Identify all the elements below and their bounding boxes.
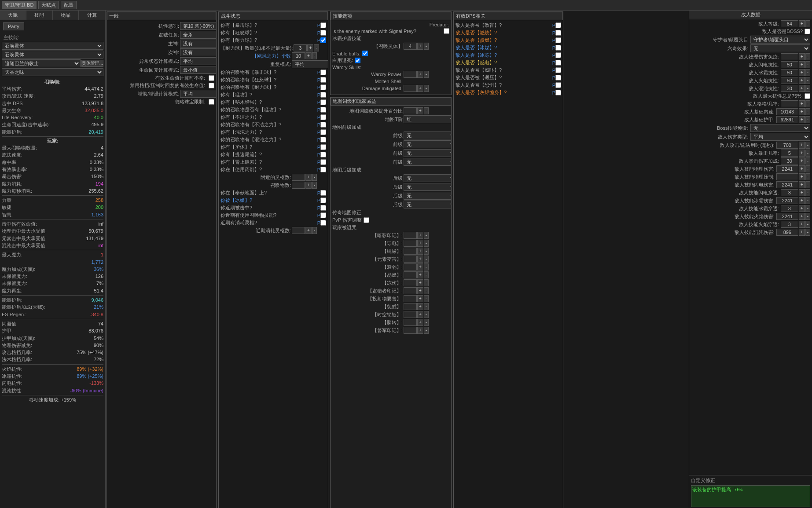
self-fade-check[interactable] bbox=[355, 58, 360, 63]
body-manage-button[interactable]: 灵体管理... bbox=[81, 60, 103, 67]
minor-god-select[interactable]: 没有 bbox=[180, 48, 217, 56]
nearby-axis-input[interactable] bbox=[292, 174, 305, 181]
shocked-check[interactable] bbox=[555, 60, 561, 66]
consume-axis-count-input[interactable] bbox=[292, 227, 305, 234]
rope-edge-plus[interactable]: + bbox=[417, 248, 423, 255]
after3-select[interactable]: 无 bbox=[404, 192, 452, 200]
life-regen-mode-select[interactable]: 最小值 bbox=[180, 66, 217, 74]
block-sup-check[interactable] bbox=[209, 83, 214, 88]
after1-select[interactable]: 无 bbox=[404, 174, 452, 182]
base-def-plus[interactable]: + bbox=[799, 116, 805, 123]
decay-plus[interactable]: + bbox=[417, 263, 423, 270]
shadow-mark-input[interactable] bbox=[404, 232, 417, 239]
enemy-cold-res-input[interactable] bbox=[781, 69, 798, 76]
skill-light-pen-plus[interactable]: + bbox=[799, 189, 805, 196]
crit-rate-minus[interactable]: - bbox=[805, 150, 810, 157]
sacrifice-check[interactable] bbox=[320, 190, 326, 196]
base-def-minus[interactable]: - bbox=[805, 116, 810, 123]
summon-rage-check[interactable] bbox=[320, 77, 326, 83]
enemy-chaos-res-input[interactable] bbox=[781, 85, 798, 92]
tab-talent[interactable]: 天赋点 bbox=[38, 1, 59, 9]
party-button[interactable]: Party bbox=[3, 22, 24, 30]
tab-guardian[interactable]: 守卫/守卫 BD bbox=[2, 1, 37, 9]
summon-fierce-check[interactable] bbox=[320, 107, 326, 113]
enemy-level-input[interactable] bbox=[781, 20, 798, 27]
enemy-armor-input[interactable] bbox=[781, 100, 798, 107]
summon-crit-check[interactable] bbox=[320, 69, 326, 75]
hurricane-minus[interactable]: - bbox=[312, 52, 317, 59]
shield-check[interactable] bbox=[320, 144, 326, 150]
is-boss-check[interactable] bbox=[805, 29, 810, 34]
enemy-level-minus[interactable]: - bbox=[805, 20, 810, 27]
boost-mode-select[interactable]: 平均 bbox=[180, 90, 217, 98]
enemy-cold-res-minus[interactable]: - bbox=[805, 69, 810, 76]
poacher-mark-minus[interactable]: - bbox=[424, 287, 429, 294]
nearby-axis-plus[interactable]: + bbox=[305, 174, 312, 181]
map-tier-select[interactable]: 红黄白 bbox=[404, 115, 452, 123]
summon-ghost2-select[interactable]: 召唤灵体 bbox=[2, 51, 103, 58]
base-inner-plus[interactable]: + bbox=[799, 108, 805, 115]
decay-minus[interactable]: - bbox=[424, 263, 429, 270]
ash-check[interactable] bbox=[555, 90, 561, 95]
skill-phys-lim-input[interactable] bbox=[776, 173, 798, 180]
time-chain-input[interactable] bbox=[404, 311, 417, 318]
skill-phys-lim-plus[interactable]: + bbox=[799, 173, 805, 180]
skill-light-plus[interactable]: + bbox=[799, 181, 805, 188]
brain-turn-minus[interactable]: - bbox=[424, 319, 429, 326]
tab-item[interactable]: 物品 bbox=[53, 11, 79, 20]
before1-select[interactable]: 无 bbox=[404, 132, 452, 139]
skill-phys-input[interactable] bbox=[776, 165, 798, 172]
shadow-mark-plus[interactable]: + bbox=[417, 232, 423, 239]
elem-harm-plus[interactable]: + bbox=[417, 256, 423, 263]
enemy-armor-minus[interactable]: - bbox=[805, 100, 810, 107]
burning-check[interactable] bbox=[555, 30, 561, 36]
skill-phys-plus[interactable]: + bbox=[799, 165, 805, 172]
nearby-axis-minus[interactable]: - bbox=[312, 174, 317, 181]
dmg-mitigated-minus[interactable]: - bbox=[424, 85, 429, 92]
phys-immune-input[interactable] bbox=[781, 53, 798, 60]
map-quality-minus[interactable]: - bbox=[424, 107, 429, 114]
endure-count-input[interactable] bbox=[294, 44, 307, 51]
tab-tianfu[interactable]: 天赋 bbox=[0, 11, 26, 20]
summon-impure-check[interactable] bbox=[320, 122, 326, 128]
decay-input[interactable] bbox=[404, 263, 417, 270]
general-mark-input[interactable] bbox=[404, 327, 417, 334]
map-quality-plus[interactable]: + bbox=[417, 107, 423, 114]
time-chain-plus[interactable]: + bbox=[417, 311, 423, 318]
brain-turn-input[interactable] bbox=[404, 319, 417, 326]
flammable-input[interactable] bbox=[404, 271, 417, 278]
enemy-light-res-minus[interactable]: - bbox=[805, 61, 810, 68]
general-mark-minus[interactable]: - bbox=[424, 327, 429, 334]
summon-endure-check[interactable] bbox=[320, 84, 326, 90]
skill-phys-minus[interactable]: - bbox=[805, 165, 810, 172]
skill-light-pen-input[interactable] bbox=[781, 189, 798, 196]
before2-select[interactable]: 无 bbox=[404, 140, 452, 148]
secret-boost-check[interactable] bbox=[320, 99, 326, 105]
resist-penalty-select[interactable]: 第10 幕(-60%) bbox=[180, 22, 217, 30]
fear-check[interactable] bbox=[555, 82, 561, 88]
enemy-light-res-plus[interactable]: + bbox=[799, 61, 805, 68]
after4-select[interactable]: 无 bbox=[404, 201, 452, 208]
pvp-check[interactable] bbox=[364, 217, 369, 223]
proj-vital-input[interactable] bbox=[404, 295, 417, 302]
hex-select[interactable]: 无 bbox=[750, 44, 811, 52]
dmg-type-select[interactable]: 平均 bbox=[750, 133, 811, 141]
skill-cold-pen-minus[interactable]: - bbox=[805, 205, 810, 212]
proj-vital-plus[interactable]: + bbox=[417, 295, 423, 302]
boss-skill-select[interactable]: 无 bbox=[750, 124, 811, 132]
summon-count-minus[interactable]: - bbox=[312, 182, 317, 189]
skill-fire-minus[interactable]: - bbox=[805, 213, 810, 220]
skill-light-input[interactable] bbox=[776, 181, 798, 188]
tab-calc[interactable]: 计算 bbox=[79, 11, 105, 20]
adrenaline-check[interactable] bbox=[320, 159, 326, 165]
enemy-fire-res-plus[interactable]: + bbox=[799, 77, 805, 84]
shadow-mark-minus[interactable]: - bbox=[424, 232, 429, 239]
rage-ball-check[interactable] bbox=[320, 30, 326, 36]
skill-cold-pen-plus[interactable]: + bbox=[799, 205, 805, 212]
skill-fire-plus[interactable]: + bbox=[799, 213, 805, 220]
consume-axis-check[interactable] bbox=[320, 220, 326, 226]
ghost-num-plus[interactable]: + bbox=[417, 43, 423, 50]
summon-chaos-check[interactable] bbox=[320, 137, 326, 143]
potion-check[interactable] bbox=[320, 167, 326, 172]
skill-cold-plus[interactable]: + bbox=[799, 197, 805, 204]
